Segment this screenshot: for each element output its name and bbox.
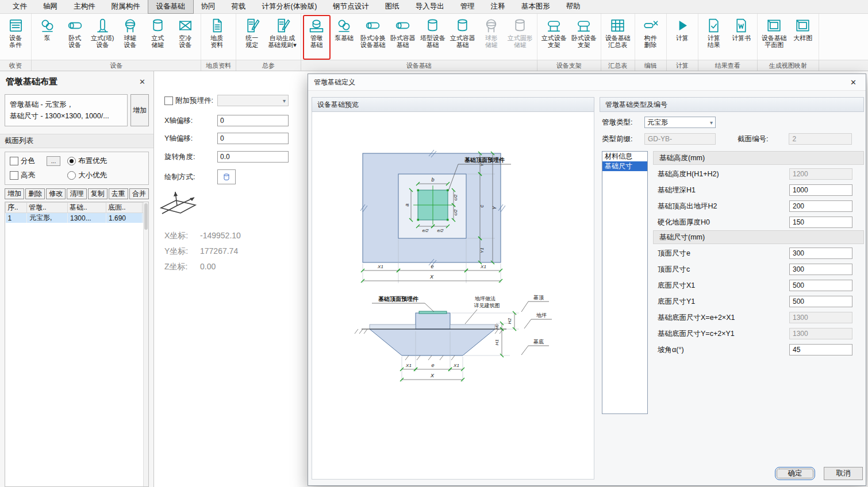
menu-item-5[interactable]: 协同 <box>193 0 224 13</box>
table-cell: 1300... <box>68 213 106 223</box>
table-header-0[interactable]: 序.. <box>6 203 27 213</box>
category-item-0[interactable]: 材料信息 <box>602 152 647 161</box>
param-label: 基础高度H(H1+H2) <box>658 169 719 179</box>
ribbon-button-5-1[interactable]: 卧式设备 支架 <box>569 15 599 60</box>
ribbon-button-1-5[interactable]: 空冷 设备 <box>171 15 199 60</box>
y-offset-input[interactable] <box>217 133 289 144</box>
category-item-1[interactable]: 基础尺寸 <box>602 161 647 171</box>
dim-label-h2: H2 <box>507 318 512 324</box>
ribbon-button-10-0[interactable]: 设备基础 平面图 <box>759 15 789 60</box>
ribbon-button-1-0[interactable]: 泵 <box>33 15 61 60</box>
table-row[interactable]: 1元宝形,1300...1.6900 <box>6 213 149 223</box>
ribbon-button-3-1[interactable]: 自动生成 基础规则▾ <box>266 15 299 60</box>
ribbon-button-2-0[interactable]: 地质 资料 <box>203 15 231 60</box>
ribbon-button-label: 卧式冷换 设备基础 <box>360 34 386 48</box>
preview-drawing-area: 基础顶面预埋件 b a c/2 c/2 <box>312 112 594 480</box>
param-label: 基础顶高出地坪H2 <box>658 202 717 211</box>
ribbon-button-9-1[interactable]: 计算书 <box>728 15 755 60</box>
menu-item-4[interactable]: 设备基础 <box>148 0 193 13</box>
scrollbar-thumb[interactable] <box>144 203 148 230</box>
layout-priority-radio[interactable]: 布置优先 <box>67 156 144 166</box>
panel-toolbar-button-0[interactable]: 增加 <box>5 188 24 199</box>
menu-item-6[interactable]: 荷载 <box>224 0 254 13</box>
category-list: 材料信息基础尺寸 <box>602 151 648 414</box>
panel-toolbar-button-2[interactable]: 修改 <box>46 188 66 199</box>
prefix-field: GD-YB- <box>644 133 716 145</box>
add-section-button[interactable]: 增加 <box>130 94 149 126</box>
ribbon-group-8: 计算计算 <box>667 14 698 71</box>
menu-item-12[interactable]: 注释 <box>483 0 513 13</box>
menu-item-0[interactable]: 文件 <box>5 0 35 13</box>
pier-type-select[interactable]: 元宝形 ▾ <box>644 117 716 128</box>
ribbon-button-5-0[interactable]: 立式设备 支架 <box>539 15 569 60</box>
ribbon-button-3-0[interactable]: 统一 规定 <box>238 15 266 60</box>
ribbon-button-1-2[interactable]: 立式(塔) 设备 <box>89 15 116 60</box>
ribbon-button-10-1[interactable]: 大样图 <box>789 15 817 60</box>
param-input[interactable] <box>789 248 852 259</box>
x-offset-input[interactable] <box>217 115 289 126</box>
ribbon-button-1-3[interactable]: 球罐 设备 <box>116 15 144 60</box>
ribbon-button-4-2[interactable]: 卧式冷换 设备基础 <box>358 15 388 60</box>
embed-plate-label: 基础顶面预埋件 <box>464 157 505 163</box>
color-checkbox[interactable]: 分色 <box>10 156 47 166</box>
size-section-header: 基础尺寸(mm) <box>653 230 864 244</box>
menu-item-1[interactable]: 轴网 <box>35 0 66 13</box>
param-label: 硬化地面厚度H0 <box>658 218 710 227</box>
ribbon-button-4-1[interactable]: 泵基础 <box>331 15 358 60</box>
highlight-checkbox[interactable]: 高亮 <box>10 171 47 180</box>
embed-part-checkbox[interactable]: 附加预埋件: <box>164 96 217 106</box>
menu-item-11[interactable]: 管理 <box>452 0 483 13</box>
table-header-1[interactable]: 管墩.. <box>27 203 68 213</box>
cancel-button[interactable]: 取消 <box>824 467 863 480</box>
ribbon-button-0-0[interactable]: 设备 条件 <box>2 15 29 60</box>
param-input[interactable] <box>789 296 852 307</box>
panel-toolbar-button-1[interactable]: 删除 <box>25 188 45 199</box>
ribbon-button-8-0[interactable]: 计算 <box>669 15 696 60</box>
param-input[interactable] <box>789 200 852 212</box>
size-priority-radio[interactable]: 大小优先 <box>67 171 144 180</box>
table-header-2[interactable]: 基础.. <box>68 203 106 213</box>
ok-button[interactable]: 确定 <box>775 467 815 480</box>
panel-close-icon[interactable]: ✕ <box>137 76 148 87</box>
param-input[interactable] <box>789 264 852 275</box>
radio-selected-icon <box>67 157 76 165</box>
ribbon-button-6-0[interactable]: 设备基础 汇总表 <box>603 15 633 60</box>
rotation-input[interactable] <box>217 151 289 163</box>
menu-item-7[interactable]: 计算分析(体验版) <box>254 0 325 13</box>
panel-toolbar-button-4[interactable]: 复制 <box>88 188 107 199</box>
ribbon-group-1: 泵卧式 设备立式(塔) 设备球罐 设备立式 储罐空冷 设备设备 <box>32 14 201 71</box>
menu-item-2[interactable]: 主构件 <box>66 0 103 13</box>
menu-item-8[interactable]: 钢节点设计 <box>325 0 377 13</box>
x-offset-label: X轴偏移: <box>164 116 217 126</box>
param-input[interactable] <box>789 280 852 291</box>
table-header-3[interactable]: 底面.. <box>106 203 143 213</box>
dialog-close-icon[interactable]: ✕ <box>847 77 860 88</box>
param-label: 底面尺寸X1 <box>658 281 695 291</box>
param-input[interactable] <box>789 344 852 355</box>
param-input[interactable] <box>789 217 852 228</box>
ribbon-button-4-0[interactable]: 管墩 基础 <box>303 15 331 60</box>
ribbon-button-4-5[interactable]: 立式容器 基础 <box>448 15 478 60</box>
param-input[interactable] <box>789 184 852 196</box>
vertical-support-icon <box>546 17 562 34</box>
ribbon-button-1-1[interactable]: 卧式 设备 <box>61 15 89 60</box>
draw-mode-button[interactable] <box>217 169 236 184</box>
param-row: 硬化地面厚度H0 <box>653 214 864 230</box>
tower-equipment-icon <box>94 17 111 34</box>
menu-item-9[interactable]: 图纸 <box>377 0 408 13</box>
ribbon-button-4-3[interactable]: 卧式容器 基础 <box>388 15 418 60</box>
more-options-button[interactable]: ... <box>47 156 60 166</box>
menu-item-10[interactable]: 导入导出 <box>408 0 452 13</box>
menu-item-3[interactable]: 附属构件 <box>103 0 148 13</box>
pier-type-row: 管墩类型: 元宝形 ▾ <box>602 117 716 128</box>
panel-toolbar-button-6[interactable]: 合并 <box>129 188 149 199</box>
panel-toolbar-button-3[interactable]: 清理 <box>67 188 86 199</box>
ribbon-button-9-0[interactable]: 计算 结果 <box>700 15 728 60</box>
menu-item-13[interactable]: 基本图形 <box>513 0 558 13</box>
panel-scrollbar[interactable] <box>143 202 148 486</box>
ribbon-button-4-4[interactable]: 塔型设备 基础 <box>418 15 448 60</box>
ribbon-button-7-0[interactable]: 构件 删除 <box>637 15 665 60</box>
menu-item-14[interactable]: 帮助 <box>558 0 589 13</box>
panel-toolbar-button-5[interactable]: 去重 <box>109 188 128 199</box>
ribbon-button-1-4[interactable]: 立式 储罐 <box>144 15 171 60</box>
